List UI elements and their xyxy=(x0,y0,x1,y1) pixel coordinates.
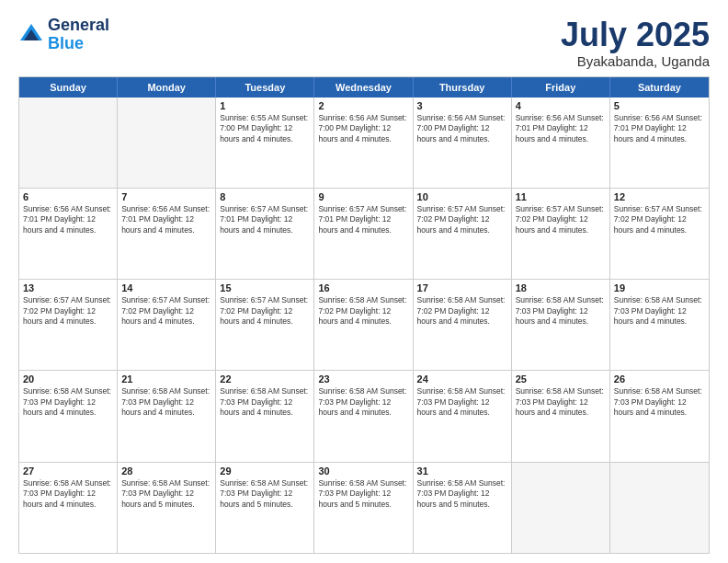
day-header-saturday: Saturday xyxy=(610,77,709,98)
day-number: 10 xyxy=(417,191,507,202)
day-number: 9 xyxy=(318,191,408,202)
day-header-sunday: Sunday xyxy=(19,77,118,98)
day-cell-22: 22Sunrise: 6:58 AM Sunset: 7:03 PM Dayli… xyxy=(216,371,314,461)
day-cell-23: 23Sunrise: 6:58 AM Sunset: 7:03 PM Dayli… xyxy=(314,371,413,461)
day-cell-28: 28Sunrise: 6:58 AM Sunset: 7:03 PM Dayli… xyxy=(118,463,216,553)
day-info: Sunrise: 6:58 AM Sunset: 7:03 PM Dayligh… xyxy=(23,386,113,418)
day-info: Sunrise: 6:58 AM Sunset: 7:03 PM Dayligh… xyxy=(614,386,705,418)
day-info: Sunrise: 6:56 AM Sunset: 7:01 PM Dayligh… xyxy=(614,113,705,144)
day-cell-8: 8Sunrise: 6:57 AM Sunset: 7:01 PM Daylig… xyxy=(216,189,314,279)
week-row-5: 27Sunrise: 6:58 AM Sunset: 7:03 PM Dayli… xyxy=(19,463,709,553)
day-info: Sunrise: 6:57 AM Sunset: 7:02 PM Dayligh… xyxy=(23,295,113,327)
day-info: Sunrise: 6:58 AM Sunset: 7:03 PM Dayligh… xyxy=(417,478,507,510)
day-info: Sunrise: 6:58 AM Sunset: 7:03 PM Dayligh… xyxy=(614,295,705,327)
day-cell-30: 30Sunrise: 6:58 AM Sunset: 7:03 PM Dayli… xyxy=(314,463,413,553)
day-info: Sunrise: 6:58 AM Sunset: 7:03 PM Dayligh… xyxy=(516,295,606,327)
day-header-thursday: Thursday xyxy=(414,77,512,98)
day-info: Sunrise: 6:58 AM Sunset: 7:03 PM Dayligh… xyxy=(121,478,211,510)
day-cell-11: 11Sunrise: 6:57 AM Sunset: 7:02 PM Dayli… xyxy=(512,189,610,279)
day-cell-31: 31Sunrise: 6:58 AM Sunset: 7:03 PM Dayli… xyxy=(414,463,512,553)
day-cell-20: 20Sunrise: 6:58 AM Sunset: 7:03 PM Dayli… xyxy=(19,371,118,461)
day-header-monday: Monday xyxy=(118,77,216,98)
day-info: Sunrise: 6:58 AM Sunset: 7:03 PM Dayligh… xyxy=(23,478,113,510)
day-cell-14: 14Sunrise: 6:57 AM Sunset: 7:02 PM Dayli… xyxy=(118,280,216,370)
empty-cell xyxy=(118,98,216,188)
day-number: 13 xyxy=(23,282,113,293)
day-number: 11 xyxy=(516,191,606,202)
day-number: 22 xyxy=(220,373,310,385)
day-cell-26: 26Sunrise: 6:58 AM Sunset: 7:03 PM Dayli… xyxy=(610,371,709,461)
day-info: Sunrise: 6:58 AM Sunset: 7:03 PM Dayligh… xyxy=(417,386,507,418)
day-info: Sunrise: 6:58 AM Sunset: 7:02 PM Dayligh… xyxy=(417,295,507,327)
day-number: 17 xyxy=(417,282,507,293)
calendar-header-row: SundayMondayTuesdayWednesdayThursdayFrid… xyxy=(19,77,709,98)
day-info: Sunrise: 6:55 AM Sunset: 7:00 PM Dayligh… xyxy=(220,113,310,144)
day-info: Sunrise: 6:58 AM Sunset: 7:02 PM Dayligh… xyxy=(318,295,408,327)
month-title: July 2025 xyxy=(561,17,710,53)
day-number: 1 xyxy=(220,100,310,111)
day-number: 19 xyxy=(614,282,705,293)
logo-text: General Blue xyxy=(48,17,109,53)
empty-cell xyxy=(512,463,610,553)
day-cell-10: 10Sunrise: 6:57 AM Sunset: 7:02 PM Dayli… xyxy=(414,189,512,279)
day-cell-6: 6Sunrise: 6:56 AM Sunset: 7:01 PM Daylig… xyxy=(19,189,118,279)
day-number: 31 xyxy=(417,465,507,477)
day-cell-17: 17Sunrise: 6:58 AM Sunset: 7:02 PM Dayli… xyxy=(414,280,512,370)
day-number: 20 xyxy=(23,373,113,385)
day-number: 16 xyxy=(318,282,408,293)
day-cell-4: 4Sunrise: 6:56 AM Sunset: 7:01 PM Daylig… xyxy=(512,98,610,188)
day-info: Sunrise: 6:56 AM Sunset: 7:01 PM Dayligh… xyxy=(23,204,113,236)
day-number: 4 xyxy=(516,100,606,111)
day-info: Sunrise: 6:58 AM Sunset: 7:03 PM Dayligh… xyxy=(220,478,310,510)
empty-cell xyxy=(19,98,118,188)
day-number: 25 xyxy=(516,373,606,385)
day-cell-18: 18Sunrise: 6:58 AM Sunset: 7:03 PM Dayli… xyxy=(512,280,610,370)
day-info: Sunrise: 6:57 AM Sunset: 7:02 PM Dayligh… xyxy=(220,295,310,327)
calendar: SundayMondayTuesdayWednesdayThursdayFrid… xyxy=(18,76,710,554)
week-row-1: 1Sunrise: 6:55 AM Sunset: 7:00 PM Daylig… xyxy=(19,98,709,189)
empty-cell xyxy=(610,463,709,553)
day-number: 6 xyxy=(23,191,113,202)
location: Byakabanda, Uganda xyxy=(561,53,710,69)
day-info: Sunrise: 6:58 AM Sunset: 7:03 PM Dayligh… xyxy=(121,386,211,418)
header: General Blue July 2025 Byakabanda, Ugand… xyxy=(18,17,710,69)
day-cell-19: 19Sunrise: 6:58 AM Sunset: 7:03 PM Dayli… xyxy=(610,280,709,370)
day-info: Sunrise: 6:58 AM Sunset: 7:03 PM Dayligh… xyxy=(516,386,606,418)
day-number: 12 xyxy=(614,191,705,202)
day-header-tuesday: Tuesday xyxy=(216,77,314,98)
day-number: 27 xyxy=(23,465,113,477)
day-number: 14 xyxy=(121,282,211,293)
calendar-body: 1Sunrise: 6:55 AM Sunset: 7:00 PM Daylig… xyxy=(19,98,709,553)
day-info: Sunrise: 6:58 AM Sunset: 7:03 PM Dayligh… xyxy=(318,386,408,418)
day-number: 18 xyxy=(516,282,606,293)
day-cell-25: 25Sunrise: 6:58 AM Sunset: 7:03 PM Dayli… xyxy=(512,371,610,461)
logo: General Blue xyxy=(18,17,109,53)
week-row-4: 20Sunrise: 6:58 AM Sunset: 7:03 PM Dayli… xyxy=(19,371,709,462)
day-number: 23 xyxy=(318,373,408,385)
day-number: 3 xyxy=(417,100,507,111)
day-number: 28 xyxy=(121,465,211,477)
day-cell-3: 3Sunrise: 6:56 AM Sunset: 7:00 PM Daylig… xyxy=(414,98,512,188)
title-block: July 2025 Byakabanda, Uganda xyxy=(561,17,710,69)
day-cell-21: 21Sunrise: 6:58 AM Sunset: 7:03 PM Dayli… xyxy=(118,371,216,461)
week-row-3: 13Sunrise: 6:57 AM Sunset: 7:02 PM Dayli… xyxy=(19,280,709,371)
day-number: 2 xyxy=(318,100,408,111)
day-info: Sunrise: 6:57 AM Sunset: 7:02 PM Dayligh… xyxy=(516,204,606,236)
page: General Blue July 2025 Byakabanda, Ugand… xyxy=(0,0,728,563)
day-cell-7: 7Sunrise: 6:56 AM Sunset: 7:01 PM Daylig… xyxy=(118,189,216,279)
logo-icon xyxy=(18,22,44,48)
week-row-2: 6Sunrise: 6:56 AM Sunset: 7:01 PM Daylig… xyxy=(19,189,709,280)
day-info: Sunrise: 6:57 AM Sunset: 7:01 PM Dayligh… xyxy=(318,204,408,236)
day-cell-16: 16Sunrise: 6:58 AM Sunset: 7:02 PM Dayli… xyxy=(314,280,413,370)
day-info: Sunrise: 6:57 AM Sunset: 7:02 PM Dayligh… xyxy=(417,204,507,236)
day-header-wednesday: Wednesday xyxy=(314,77,413,98)
day-number: 30 xyxy=(318,465,408,477)
day-info: Sunrise: 6:57 AM Sunset: 7:01 PM Dayligh… xyxy=(220,204,310,236)
day-cell-27: 27Sunrise: 6:58 AM Sunset: 7:03 PM Dayli… xyxy=(19,463,118,553)
day-cell-9: 9Sunrise: 6:57 AM Sunset: 7:01 PM Daylig… xyxy=(314,189,413,279)
day-info: Sunrise: 6:58 AM Sunset: 7:03 PM Dayligh… xyxy=(318,478,408,510)
day-cell-29: 29Sunrise: 6:58 AM Sunset: 7:03 PM Dayli… xyxy=(216,463,314,553)
day-cell-12: 12Sunrise: 6:57 AM Sunset: 7:02 PM Dayli… xyxy=(610,189,709,279)
day-cell-1: 1Sunrise: 6:55 AM Sunset: 7:00 PM Daylig… xyxy=(216,98,314,188)
day-info: Sunrise: 6:57 AM Sunset: 7:02 PM Dayligh… xyxy=(121,295,211,327)
